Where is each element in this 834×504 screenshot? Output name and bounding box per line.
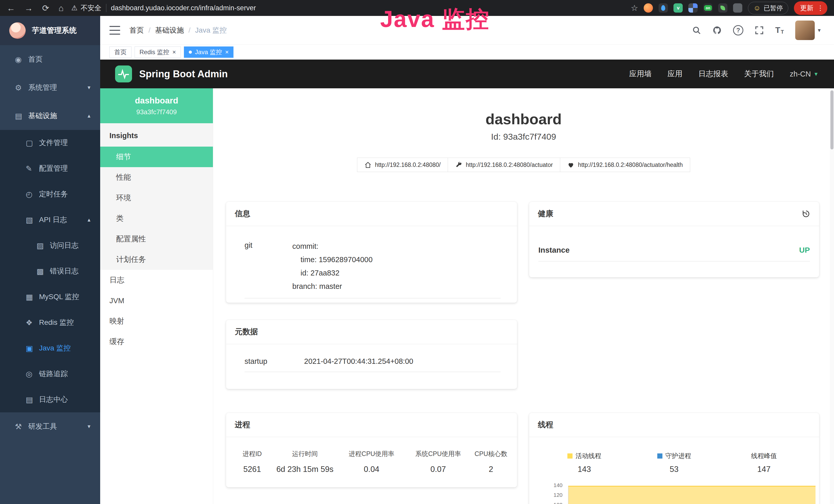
git-label: git <box>244 239 292 293</box>
scrollbar-thumb[interactable] <box>830 90 833 150</box>
threads-legend: 活动线程 143 守护进程 53 线程峰值 147 <box>529 437 819 474</box>
tools-icon: ⚒ <box>15 422 28 431</box>
sba-nav-applications[interactable]: 应用 <box>667 69 682 79</box>
hamburger-icon[interactable] <box>109 26 120 35</box>
warning-icon: ⚠ <box>71 4 78 12</box>
search-icon[interactable] <box>692 26 701 35</box>
sidebar-item-access-logs[interactable]: ▨ 访问日志 <box>0 233 100 258</box>
instance-nav-classes[interactable]: 类 <box>100 208 213 229</box>
instance-nav-caches[interactable]: 缓存 <box>100 331 213 352</box>
infrastructure-icon: ▤ <box>15 111 28 120</box>
y-axis-tick: 100 <box>532 502 563 504</box>
scrollbar-track[interactable] <box>830 88 834 504</box>
sidebar-item-error-logs[interactable]: ▩ 错误日志 <box>0 258 100 284</box>
health-url-link[interactable]: http://192.168.0.2:48080/actuator/health <box>560 158 690 172</box>
tab-home[interactable]: 首页 <box>109 46 132 58</box>
address-divider <box>106 4 106 12</box>
page-title: dashboard <box>213 110 834 128</box>
process-col-uptime: 运行时间 <box>271 450 338 458</box>
help-icon[interactable]: ? <box>733 25 743 36</box>
font-size-icon[interactable]: TT <box>775 25 784 35</box>
github-icon[interactable] <box>712 26 722 35</box>
health-row: Instance UP <box>539 246 810 261</box>
reload-icon[interactable]: ⟳ <box>42 4 49 12</box>
close-icon[interactable]: × <box>225 49 228 55</box>
sidebar-item-dev-tools[interactable]: ⚒ 研发工具 ▾ <box>0 412 100 441</box>
sba-nav-about[interactable]: 关于我们 <box>744 69 774 79</box>
instance-nav-jvm[interactable]: JVM <box>100 290 213 311</box>
config-icon: ✎ <box>26 164 39 173</box>
paused-badge[interactable]: ☺ 已暂停 <box>748 2 788 15</box>
address-bar[interactable]: ⚠ 不安全 dashboard.yudao.iocoder.cn/infra/a… <box>71 3 256 13</box>
instance-nav-scheduled-tasks[interactable]: 计划任务 <box>100 249 213 270</box>
system-cpu-value: 0.07 <box>405 465 471 474</box>
log-center-icon: ▤ <box>26 395 39 404</box>
sba-nav-wallboard[interactable]: 应用墙 <box>629 69 652 79</box>
process-pid-value: 5261 <box>233 465 271 474</box>
instance-nav-loggers[interactable]: 日志 <box>100 270 213 290</box>
page-subtitle: Id: 93a3fc7f7409 <box>213 132 834 142</box>
legend-peak-threads: 线程峰值 147 <box>719 452 809 474</box>
switch-on-extension-icon[interactable]: on <box>703 3 712 13</box>
instance-id: 93a3fc7f7409 <box>136 108 177 116</box>
history-icon[interactable] <box>802 209 810 218</box>
sidebar-item-log-center[interactable]: ▤ 日志中心 <box>0 387 100 412</box>
sidebar-item-system-management[interactable]: ⚙ 系统管理 ▾ <box>0 73 100 102</box>
puzzle-extension-icon[interactable] <box>733 3 742 13</box>
bookmark-star-icon[interactable]: ☆ <box>631 4 638 12</box>
user-menu[interactable]: ▾ <box>795 21 821 40</box>
breadcrumb-infrastructure[interactable]: 基础设施 <box>155 25 184 35</box>
process-col-pid: 进程ID <box>233 450 271 458</box>
close-icon[interactable]: × <box>172 49 176 55</box>
avatar[interactable] <box>795 21 815 40</box>
sidebar-item-scheduled-tasks[interactable]: ◴ 定时任务 <box>0 181 100 207</box>
process-cpu-value: 0.04 <box>338 465 405 474</box>
tab-redis-monitor[interactable]: Redis 监控 × <box>135 46 181 58</box>
vue-devtools-icon[interactable]: v <box>674 3 683 13</box>
tab-java-monitor[interactable]: Java 监控 × <box>184 46 234 58</box>
service-url-link[interactable]: http://192.168.0.2:48080/ <box>357 158 448 172</box>
breadcrumb-home[interactable]: 首页 <box>129 25 144 35</box>
app-sidebar: 芋道管理系统 ◉ 首页 ⚙ 系统管理 ▾ ▤ 基础设施 ▴ ▢ 文件管理 <box>0 16 100 504</box>
fox-extension-icon[interactable] <box>644 3 653 13</box>
process-card-title: 进程 <box>226 413 517 437</box>
extensions-grid-icon[interactable] <box>688 3 698 13</box>
api-log-icon: ▧ <box>26 215 39 224</box>
redis-icon: ❖ <box>26 318 39 327</box>
sidebar-item-mysql-monitor[interactable]: ▦ MySQL 监控 <box>0 284 100 310</box>
sidebar-item-config-management[interactable]: ✎ 配置管理 <box>0 156 100 181</box>
drop-extension-icon[interactable] <box>659 3 668 13</box>
sba-logo-icon[interactable] <box>115 66 132 83</box>
sba-nav-journal[interactable]: 日志报表 <box>698 69 728 79</box>
back-icon[interactable]: ← <box>7 4 15 12</box>
git-commit: commit: <box>292 239 373 253</box>
leaf-extension-icon[interactable] <box>718 3 727 13</box>
security-label: 不安全 <box>81 3 102 13</box>
update-button[interactable]: 更新 ⋮ <box>794 1 827 15</box>
logo-avatar <box>9 22 26 39</box>
sidebar-item-file-management[interactable]: ▢ 文件管理 <box>0 130 100 156</box>
sidebar-item-infrastructure[interactable]: ▤ 基础设施 ▴ <box>0 102 100 130</box>
insights-group: Insights 细节 性能 环境 类 配置属性 计划任务 <box>100 123 213 270</box>
instance-nav-environment[interactable]: 环境 <box>100 188 213 208</box>
sidebar-item-link-tracing[interactable]: ◎ 链路追踪 <box>0 361 100 387</box>
fullscreen-icon[interactable] <box>755 26 764 35</box>
home-icon[interactable]: ⌂ <box>59 4 64 12</box>
git-branch: branch: master <box>292 280 373 293</box>
sidebar-item-java-monitor[interactable]: ▣ Java 监控 <box>0 335 100 361</box>
sidebar-item-redis-monitor[interactable]: ❖ Redis 监控 <box>0 310 100 335</box>
sidebar-item-api-logs[interactable]: ▧ API 日志 ▴ <box>0 207 100 233</box>
instance-nav-configprops[interactable]: 配置属性 <box>100 229 213 249</box>
instance-detail-content: dashboard Id: 93a3fc7f7409 http://192.16… <box>213 88 834 504</box>
locale-selector[interactable]: zh-CN ▾ <box>790 70 817 78</box>
sidebar-item-home[interactable]: ◉ 首页 <box>0 45 100 73</box>
actuator-url-link[interactable]: http://192.168.0.2:48080/actuator <box>448 158 560 172</box>
app-logo[interactable]: 芋道管理系统 <box>0 16 100 45</box>
kebab-menu-icon[interactable]: ⋮ <box>817 4 824 12</box>
tags-bar: 首页 Redis 监控 × Java 监控 × <box>100 45 834 60</box>
sidebar-menu: ◉ 首页 ⚙ 系统管理 ▾ ▤ 基础设施 ▴ ▢ 文件管理 ✎ 配置管 <box>0 45 100 441</box>
forward-icon[interactable]: → <box>24 4 33 12</box>
instance-nav-performance[interactable]: 性能 <box>100 167 213 188</box>
instance-nav-mappings[interactable]: 映射 <box>100 311 213 331</box>
instance-nav-details[interactable]: 细节 <box>100 146 213 167</box>
